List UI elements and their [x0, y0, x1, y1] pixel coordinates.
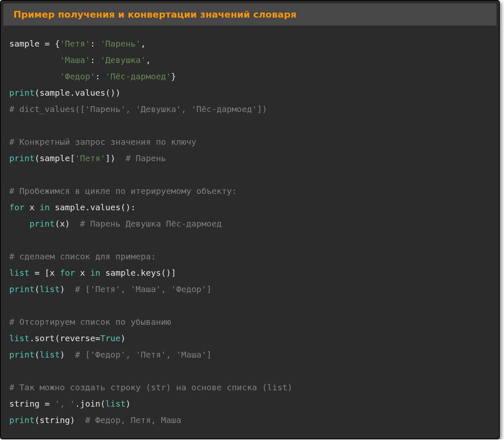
code-token: .sort(reverse= — [29, 333, 100, 343]
code-token: ) — [121, 333, 126, 343]
code-token: sample — [9, 39, 39, 49]
code-token: x — [24, 202, 39, 212]
code-token: print — [9, 350, 34, 360]
code-token: sample — [39, 153, 70, 163]
code-token: ]) — [105, 153, 126, 163]
code-token: = — [39, 39, 55, 49]
code-token: # сделаем список для примера: — [9, 251, 156, 261]
code-token: 'Парень' — [100, 39, 141, 49]
code-token: # Конкретный запрос значения по ключу — [9, 137, 197, 147]
code-token: { — [55, 39, 60, 49]
code-header-title: Пример получения и конвертации значений … — [13, 9, 297, 20]
code-token: # ['Федор', 'Петя', 'Маша'] — [75, 350, 212, 360]
code-token: # Пробежимся в цикле по итерируемому объ… — [9, 186, 237, 196]
code-token: print — [29, 219, 55, 229]
code-token: [x — [45, 268, 60, 278]
code-token: # Федор, Петя, Маша — [85, 415, 181, 425]
code-token: sample.keys()] — [100, 268, 176, 278]
code-token: print — [9, 415, 34, 425]
code-token: , — [141, 39, 146, 49]
code-token: sample.values — [39, 88, 105, 98]
code-token: ( — [34, 350, 39, 360]
code-token: string — [9, 399, 39, 409]
code-token: # Так можно создать строку (str) на осно… — [9, 382, 292, 392]
code-token: ( — [34, 284, 39, 294]
code-token: 'Маша' — [60, 55, 90, 65]
code-token: 'Федор' — [60, 71, 95, 81]
code-token — [9, 55, 60, 65]
code-token: } — [171, 71, 176, 81]
code-token: (string) — [34, 415, 85, 425]
code-token: ( — [34, 88, 39, 98]
code-token: ) — [60, 350, 75, 360]
code-token: ( — [34, 153, 39, 163]
code-token: in — [39, 202, 50, 212]
code-token: for — [60, 268, 75, 278]
code-token: # Парень Девушка Пёс-дармоед — [80, 219, 222, 229]
code-token: : — [90, 39, 100, 49]
code-token — [9, 219, 29, 229]
code-token: = — [39, 399, 55, 409]
code-token: = — [29, 268, 45, 278]
code-token: list — [105, 399, 126, 409]
code-token: : — [90, 55, 100, 65]
code-token: # ['Петя', 'Маша', 'Федор'] — [75, 284, 212, 294]
code-token: ) — [60, 284, 75, 294]
code-token: for — [9, 202, 24, 212]
code-token: 'Пёс-дармоед' — [105, 71, 171, 81]
code-token: in — [90, 268, 100, 278]
code-token: [ — [70, 153, 75, 163]
code-token: ', ' — [55, 399, 75, 409]
code-token: list — [39, 350, 60, 360]
code-token: list — [39, 284, 60, 294]
code-token: (x) — [55, 219, 80, 229]
code-token: ()) — [105, 88, 121, 98]
code-token — [9, 71, 60, 81]
code-token: print — [9, 88, 34, 98]
code-token: print — [9, 284, 34, 294]
code-token: ) — [126, 399, 131, 409]
code-token: x — [75, 268, 90, 278]
code-token: print — [9, 153, 34, 163]
code-header: Пример получения и конвертации значений … — [3, 3, 496, 26]
code-token: , — [146, 55, 151, 65]
code-token: # Парень — [126, 153, 166, 163]
code-token: 'Петя' — [60, 39, 90, 49]
code-token: sample.values(): — [50, 202, 136, 212]
code-example-block: Пример получения и конвертации значений … — [0, 0, 500, 439]
code-token: list — [9, 268, 29, 278]
code-token: True — [100, 333, 121, 343]
code-token: 'Девушка' — [100, 55, 146, 65]
code-token: # Отсортируем список по убыванию — [9, 317, 171, 327]
code-token: list — [9, 333, 29, 343]
code-token: .join( — [75, 399, 105, 409]
code-token: 'Петя' — [75, 153, 105, 163]
code-token: # dict_values(['Парень', 'Девушка', 'Пёс… — [9, 104, 267, 114]
code-body: sample = {'Петя': 'Парень', 'Маша': 'Дев… — [1, 26, 499, 439]
code-token: : — [95, 71, 105, 81]
